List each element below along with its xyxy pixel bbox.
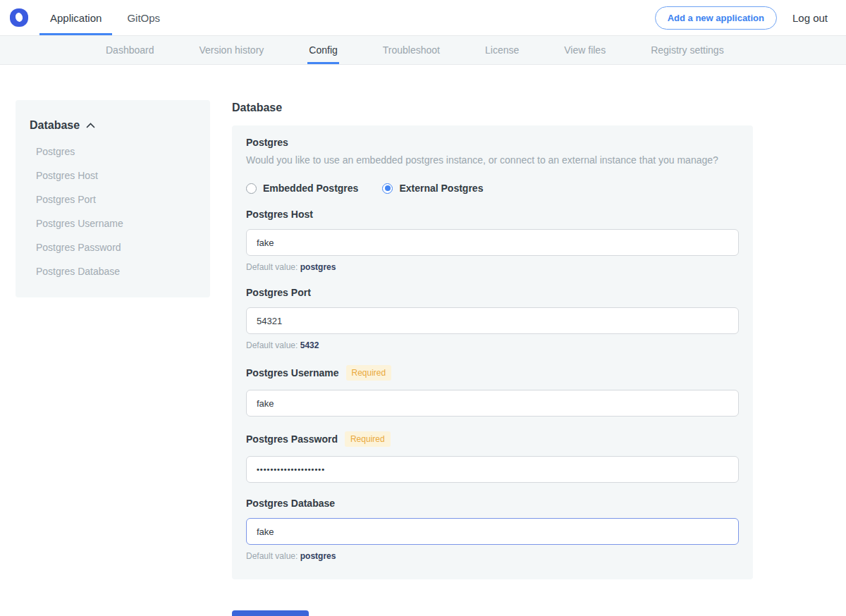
- subnav-license-label: License: [485, 44, 519, 56]
- field-postgres-port-label-row: Postgres Port: [246, 287, 739, 298]
- subnav-registry-settings-label: Registry settings: [651, 44, 723, 56]
- subnav-troubleshoot-label: Troubleshoot: [383, 44, 440, 56]
- add-new-application-button[interactable]: Add a new application: [655, 6, 777, 30]
- postgres-port-input[interactable]: [246, 307, 739, 334]
- field-postgres-database-label-row: Postgres Database: [246, 498, 739, 509]
- tab-application[interactable]: Application: [39, 0, 112, 35]
- subnav-config[interactable]: Config: [307, 36, 338, 64]
- field-postgres-host-label: Postgres Host: [246, 209, 313, 220]
- field-postgres-port-label: Postgres Port: [246, 287, 311, 298]
- sidebar-item-postgres-password[interactable]: Postgres Password: [36, 235, 196, 259]
- field-postgres-password-label-row: Postgres Password Required: [246, 431, 739, 447]
- chevron-up-icon: [86, 123, 95, 128]
- tab-gitops[interactable]: GitOps: [116, 0, 171, 35]
- postgres-radio-group: Embedded Postgres External Postgres: [246, 183, 739, 194]
- logo-wrap: [7, 0, 39, 35]
- radio-external-postgres[interactable]: External Postgres: [382, 183, 483, 194]
- tab-application-label: Application: [50, 12, 102, 24]
- field-postgres-host-label-row: Postgres Host: [246, 209, 739, 220]
- subnav-view-files[interactable]: View files: [563, 36, 607, 64]
- sidebar-item-postgres-port[interactable]: Postgres Port: [36, 187, 196, 211]
- radio-embedded-postgres-label: Embedded Postgres: [263, 183, 358, 194]
- postgres-database-default-value: postgres: [300, 551, 336, 561]
- field-postgres-database: Postgres Database Default value: postgre…: [246, 498, 739, 561]
- sidebar-group-database[interactable]: Database: [30, 119, 196, 132]
- default-label: Default value:: [246, 551, 298, 561]
- postgres-port-default-row: Default value: 5432: [246, 340, 739, 350]
- subnav-version-history-label: Version history: [200, 44, 264, 56]
- default-label: Default value:: [246, 262, 298, 272]
- subnav-troubleshoot[interactable]: Troubleshoot: [381, 36, 441, 64]
- subnav-view-files-label: View files: [564, 44, 606, 56]
- default-label: Default value:: [246, 340, 298, 350]
- postgres-host-default-row: Default value: postgres: [246, 262, 739, 272]
- field-postgres-password-label: Postgres Password: [246, 433, 338, 445]
- required-badge: Required: [345, 431, 391, 447]
- field-postgres-username: Postgres Username Required: [246, 365, 739, 417]
- postgres-port-default-value: 5432: [300, 340, 319, 350]
- subnav-dashboard-label: Dashboard: [106, 44, 154, 56]
- field-postgres-username-label-row: Postgres Username Required: [246, 365, 739, 381]
- top-tabs: Application GitOps: [39, 0, 175, 35]
- top-nav-right: Add a new application Log out: [655, 0, 846, 35]
- app-logo-icon[interactable]: [10, 8, 28, 27]
- config-sidebar: Database Postgres Postgres Host Postgres…: [16, 100, 210, 297]
- postgres-group-label: Postgres: [246, 137, 739, 148]
- sidebar-item-postgres-host[interactable]: Postgres Host: [36, 164, 196, 187]
- subnav-config-label: Config: [309, 44, 337, 56]
- postgres-host-default-value: postgres: [300, 262, 336, 272]
- field-postgres-host: Postgres Host Default value: postgres: [246, 209, 739, 272]
- sidebar-items: Postgres Postgres Host Postgres Port Pos…: [30, 140, 196, 283]
- subnav-version-history[interactable]: Version history: [198, 36, 266, 64]
- field-postgres-database-label: Postgres Database: [246, 498, 335, 509]
- app-subnav: Dashboard Version history Config Trouble…: [0, 35, 846, 65]
- radio-external-postgres-label: External Postgres: [399, 183, 483, 194]
- postgres-username-input[interactable]: [246, 390, 739, 417]
- sidebar-item-postgres-database[interactable]: Postgres Database: [36, 259, 196, 283]
- sidebar-item-postgres[interactable]: Postgres: [36, 140, 196, 164]
- config-content: Database Postgres Postgres Host Postgres…: [0, 65, 846, 616]
- page-title: Database: [232, 101, 753, 114]
- logout-link[interactable]: Log out: [792, 12, 828, 24]
- tab-gitops-label: GitOps: [127, 12, 160, 24]
- top-nav: Application GitOps Add a new application…: [0, 0, 846, 35]
- radio-dot: [385, 185, 391, 191]
- radio-embedded-postgres[interactable]: Embedded Postgres: [246, 183, 358, 194]
- subnav-dashboard[interactable]: Dashboard: [104, 36, 156, 64]
- sidebar-item-postgres-username[interactable]: Postgres Username: [36, 211, 196, 235]
- postgres-help-text: Would you like to use an embedded postgr…: [246, 154, 739, 166]
- radio-checked-icon[interactable]: [382, 183, 393, 194]
- postgres-host-input[interactable]: [246, 229, 739, 256]
- database-config-panel: Postgres Would you like to use an embedd…: [232, 125, 753, 579]
- postgres-database-default-row: Default value: postgres: [246, 551, 739, 561]
- subnav-license[interactable]: License: [484, 36, 520, 64]
- field-postgres-password: Postgres Password Required: [246, 431, 739, 483]
- app-logo-hole: [15, 12, 24, 23]
- field-postgres-username-label: Postgres Username: [246, 367, 339, 378]
- radio-unchecked-icon[interactable]: [246, 183, 257, 194]
- subnav-registry-settings[interactable]: Registry settings: [649, 36, 725, 64]
- postgres-password-input[interactable]: [246, 456, 739, 483]
- postgres-database-input[interactable]: [246, 518, 739, 545]
- save-config-button[interactable]: Save config: [232, 610, 309, 616]
- field-postgres-port: Postgres Port Default value: 5432: [246, 287, 739, 350]
- config-main: Database Postgres Would you like to use …: [232, 100, 753, 616]
- sidebar-group-database-label: Database: [30, 119, 80, 132]
- required-badge: Required: [346, 365, 392, 381]
